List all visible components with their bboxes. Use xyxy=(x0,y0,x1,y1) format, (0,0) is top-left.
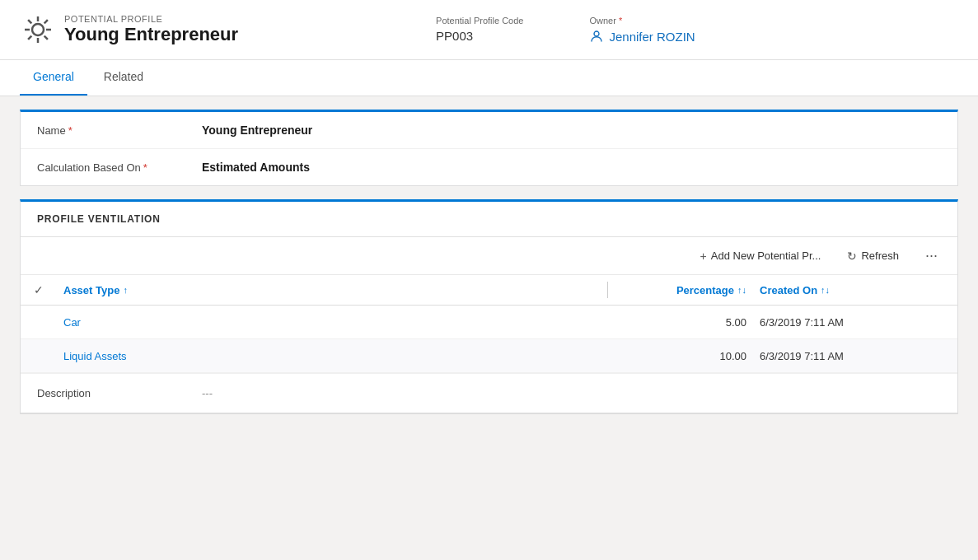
tab-related[interactable]: Related xyxy=(91,59,157,96)
name-row: Name * Young Entrepreneur xyxy=(21,112,957,149)
check-icon: ✓ xyxy=(34,283,44,296)
created-on-liquid: 6/3/2019 7:11 AM xyxy=(746,350,944,362)
table-row: Liquid Assets 10.00 6/3/2019 7:11 AM xyxy=(21,339,957,373)
asset-type-sort-icon[interactable]: ↑ xyxy=(123,285,128,295)
created-on-sort-icon[interactable]: ↑↓ xyxy=(821,285,830,295)
table-row: Car 5.00 6/3/2019 7:11 AM xyxy=(21,306,957,339)
profile-ventilation-card: PROFILE VENTILATION + Add New Potential … xyxy=(20,199,958,414)
ventilation-table: ✓ Asset Type ↑ Percentage ↑↓ Created On … xyxy=(21,275,957,373)
profile-code-group: Potential Profile Code PP003 xyxy=(436,16,523,44)
header: POTENTIAL PROFILE Young Entrepreneur Pot… xyxy=(0,0,978,60)
description-row: Description --- xyxy=(21,373,957,413)
app-subtitle: POTENTIAL PROFILE xyxy=(64,14,238,24)
add-label: Add New Potential Pr... xyxy=(711,250,821,262)
description-label: Description xyxy=(37,387,202,399)
name-value: Young Entrepreneur xyxy=(202,124,312,137)
name-label: Name * xyxy=(37,124,202,137)
th-percentage[interactable]: Percentage ↑↓ xyxy=(615,284,746,296)
percentage-car: 5.00 xyxy=(615,316,746,329)
svg-line-6 xyxy=(44,36,48,40)
svg-point-9 xyxy=(594,31,599,36)
refresh-icon: ↻ xyxy=(847,250,857,263)
col-divider xyxy=(607,282,608,298)
th-asset-type[interactable]: Asset Type ↑ xyxy=(63,284,601,296)
app-logo: POTENTIAL PROFILE Young Entrepreneur xyxy=(20,12,238,48)
owner-name: Jennifer ROZIN xyxy=(609,30,695,44)
table-header: ✓ Asset Type ↑ Percentage ↑↓ Created On … xyxy=(21,275,957,306)
owner-group: Owner* Jennifer ROZIN xyxy=(589,16,695,44)
profile-code-value: PP003 xyxy=(436,29,523,43)
svg-line-7 xyxy=(44,20,48,23)
add-new-button[interactable]: + Add New Potential Pr... xyxy=(694,246,828,266)
owner-label: Owner* xyxy=(589,16,695,26)
add-icon: + xyxy=(700,250,707,263)
th-created-on[interactable]: Created On ↑↓ xyxy=(746,284,944,296)
calc-value: Estimated Amounts xyxy=(202,161,310,174)
asset-type-car[interactable]: Car xyxy=(63,316,601,329)
name-required: * xyxy=(68,124,73,137)
description-value: --- xyxy=(202,387,213,399)
owner-required: * xyxy=(619,16,622,26)
owner-value[interactable]: Jennifer ROZIN xyxy=(589,29,695,44)
tab-general[interactable]: General xyxy=(20,59,87,96)
section-toolbar: + Add New Potential Pr... ↻ Refresh ··· xyxy=(21,237,957,275)
percentage-liquid: 10.00 xyxy=(615,350,746,362)
more-options-button[interactable]: ··· xyxy=(919,244,944,268)
created-on-car: 6/3/2019 7:11 AM xyxy=(746,316,944,329)
th-check: ✓ xyxy=(34,283,63,296)
header-meta: Potential Profile Code PP003 Owner* Jenn… xyxy=(436,16,695,44)
calc-row: Calculation Based On * Estimated Amounts xyxy=(21,149,957,185)
bottom-divider xyxy=(21,413,957,413)
svg-point-0 xyxy=(32,24,44,35)
percentage-sort-icon[interactable]: ↑↓ xyxy=(737,285,746,295)
gear-icon xyxy=(20,12,56,48)
calc-required: * xyxy=(143,161,147,174)
person-icon xyxy=(589,29,604,44)
profile-code-label: Potential Profile Code xyxy=(436,16,523,26)
refresh-label: Refresh xyxy=(861,250,899,262)
section-title: PROFILE VENTILATION xyxy=(21,202,957,237)
calc-label: Calculation Based On * xyxy=(37,161,202,174)
tabs-bar: General Related xyxy=(0,60,978,96)
title-group: POTENTIAL PROFILE Young Entrepreneur xyxy=(64,14,238,45)
content-area: Name * Young Entrepreneur Calculation Ba… xyxy=(0,96,978,441)
form-card: Name * Young Entrepreneur Calculation Ba… xyxy=(20,110,958,186)
refresh-button[interactable]: ↻ Refresh xyxy=(840,246,905,266)
asset-type-liquid[interactable]: Liquid Assets xyxy=(63,350,601,362)
record-title: Young Entrepreneur xyxy=(64,24,238,45)
svg-line-5 xyxy=(28,20,31,23)
svg-line-8 xyxy=(28,36,31,40)
